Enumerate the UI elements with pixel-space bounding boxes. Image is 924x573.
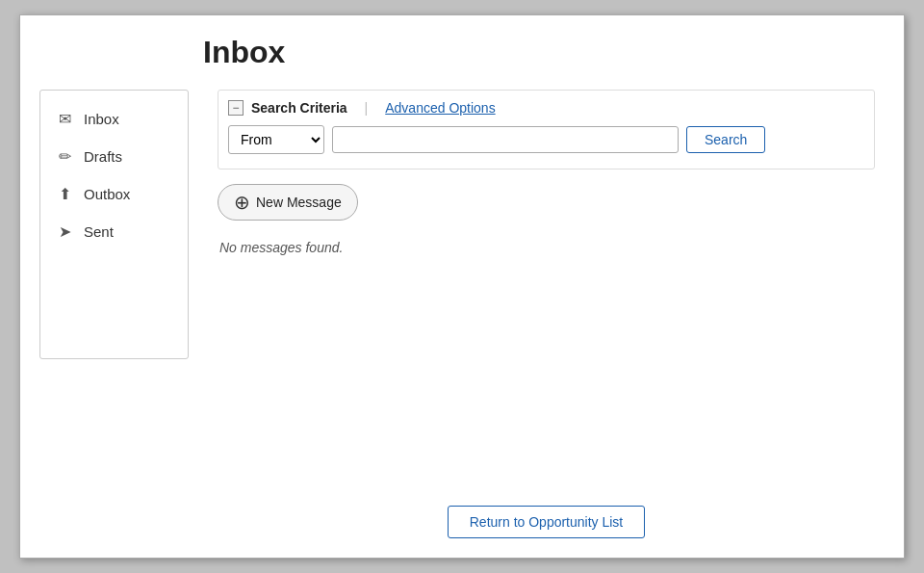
sidebar-item-drafts-label: Drafts bbox=[84, 148, 122, 165]
sent-icon: ➤ bbox=[55, 222, 74, 241]
page-title: Inbox bbox=[203, 35, 875, 70]
sidebar-item-inbox-label: Inbox bbox=[84, 111, 119, 127]
search-input[interactable] bbox=[332, 126, 679, 153]
search-row: From To Subject Search bbox=[228, 125, 860, 154]
new-message-button[interactable]: ⊕ New Message bbox=[218, 184, 358, 221]
search-button[interactable]: Search bbox=[686, 126, 765, 153]
plus-circle-icon: ⊕ bbox=[234, 193, 250, 212]
main-window: Inbox ✉ Inbox ✏ Drafts ⬆ Outbox ➤ Sent bbox=[19, 14, 905, 559]
outbox-icon: ⬆ bbox=[55, 185, 74, 203]
drafts-icon: ✏ bbox=[55, 147, 74, 166]
sidebar: ✉ Inbox ✏ Drafts ⬆ Outbox ➤ Sent bbox=[39, 90, 189, 359]
sidebar-item-outbox[interactable]: ⬆ Outbox bbox=[40, 175, 188, 213]
sidebar-item-sent[interactable]: ➤ Sent bbox=[40, 213, 188, 250]
footer-area: Return to Opportunity List bbox=[218, 486, 875, 538]
search-panel-header: − Search Criteria | Advanced Options bbox=[228, 100, 860, 116]
sidebar-item-inbox[interactable]: ✉ Inbox bbox=[40, 100, 188, 138]
sidebar-item-outbox-label: Outbox bbox=[84, 186, 130, 202]
collapse-button[interactable]: − bbox=[228, 100, 244, 116]
sidebar-item-sent-label: Sent bbox=[84, 223, 114, 240]
new-message-label: New Message bbox=[256, 195, 342, 210]
search-panel: − Search Criteria | Advanced Options Fro… bbox=[218, 90, 875, 169]
content-area: ✉ Inbox ✏ Drafts ⬆ Outbox ➤ Sent − S bbox=[39, 90, 875, 538]
main-content: − Search Criteria | Advanced Options Fro… bbox=[218, 90, 875, 538]
advanced-options-link[interactable]: Advanced Options bbox=[385, 100, 495, 116]
search-criteria-label: Search Criteria bbox=[251, 100, 347, 116]
sidebar-item-drafts[interactable]: ✏ Drafts bbox=[40, 138, 188, 175]
inbox-icon: ✉ bbox=[55, 110, 74, 128]
no-messages-label: No messages found. bbox=[219, 240, 875, 255]
from-select[interactable]: From To Subject bbox=[228, 125, 324, 154]
return-to-opportunity-list-button[interactable]: Return to Opportunity List bbox=[448, 506, 646, 538]
separator: | bbox=[365, 100, 369, 116]
